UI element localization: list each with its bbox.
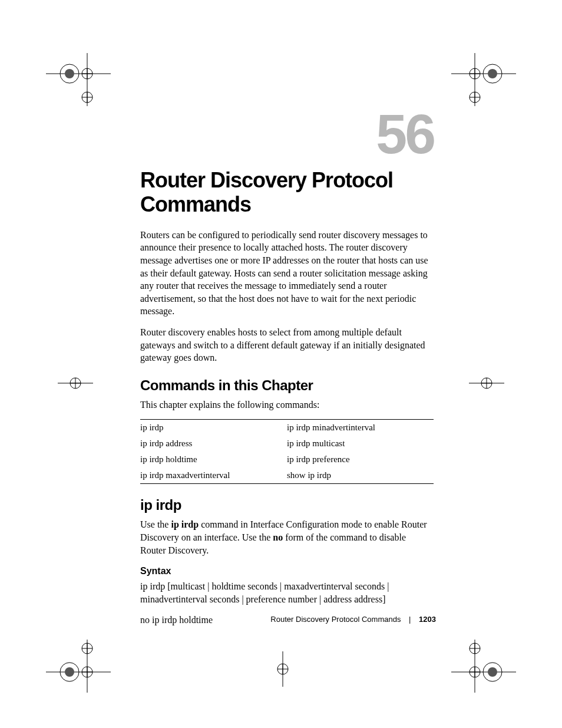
intro-paragraph-2: Router discovery enables hosts to select… — [140, 326, 434, 364]
cmd-cell[interactable]: ip irdp preference — [287, 452, 434, 467]
svg-point-40 — [483, 663, 502, 681]
cmd-cell[interactable]: ip irdp holdtime — [140, 452, 287, 467]
table-row: ip irdp maxadvertinterval show ip irdp — [140, 467, 434, 484]
commands-table: ip irdp ip irdp minadvertinterval ip ird… — [140, 419, 434, 484]
svg-point-4 — [82, 68, 92, 79]
table-row: ip irdp address ip irdp multicast — [140, 436, 434, 452]
cmd-cell[interactable]: show ip irdp — [287, 467, 434, 484]
svg-point-12 — [483, 64, 502, 83]
svg-point-45 — [470, 643, 480, 654]
crop-mark-icon — [46, 53, 111, 106]
commands-intro: This chapter explains the following comm… — [140, 398, 434, 411]
table-row: ip irdp holdtime ip irdp preference — [140, 452, 434, 467]
svg-point-41 — [488, 667, 497, 677]
chapter-number: 56 — [140, 106, 434, 162]
svg-point-25 — [481, 378, 492, 388]
svg-point-7 — [82, 92, 92, 103]
svg-point-30 — [60, 663, 79, 681]
ip-irdp-description: Use the ip irdp command in Interface Con… — [140, 518, 434, 556]
table-row: ip irdp ip irdp minadvertinterval — [140, 420, 434, 436]
cmd-cell[interactable]: ip irdp multicast — [287, 436, 434, 452]
cmd-cell[interactable]: ip irdp maxadvertinterval — [140, 467, 287, 484]
svg-point-42 — [470, 667, 480, 677]
svg-point-49 — [277, 664, 288, 674]
cmd-keyword: no — [273, 532, 283, 542]
cmd-cell[interactable]: ip irdp — [140, 420, 287, 436]
svg-point-14 — [470, 68, 480, 79]
crop-mark-icon — [451, 640, 516, 693]
crop-mark-icon — [451, 53, 516, 106]
svg-point-2 — [60, 64, 79, 83]
svg-point-17 — [470, 92, 480, 103]
page-number: 1203 — [419, 615, 436, 624]
intro-paragraph-1: Routers can be configured to periodicall… — [140, 229, 434, 318]
svg-point-32 — [82, 667, 92, 677]
crop-mark-icon — [58, 371, 93, 395]
cmd-name: ip irdp — [171, 519, 199, 529]
syntax-line: ip irdp [multicast | holdtime seconds | … — [140, 580, 434, 605]
commands-heading: Commands in this Chapter — [140, 377, 434, 394]
footer-title: Router Discovery Protocol Commands — [270, 615, 401, 624]
svg-point-13 — [488, 69, 497, 78]
text: Use the — [140, 519, 171, 529]
crop-mark-icon — [46, 640, 111, 693]
svg-point-35 — [82, 643, 92, 654]
cmd-cell[interactable]: ip irdp address — [140, 436, 287, 452]
ip-irdp-heading: ip irdp — [140, 497, 434, 513]
chapter-title: Router Discovery Protocol Commands — [140, 168, 434, 217]
cmd-cell[interactable]: ip irdp minadvertinterval — [287, 420, 434, 436]
page-footer: Router Discovery Protocol Commands | 120… — [270, 615, 436, 624]
svg-point-3 — [65, 69, 74, 78]
crop-mark-icon — [469, 371, 504, 395]
page-content: 56 Router Discovery Protocol Commands Ro… — [140, 106, 434, 635]
svg-point-21 — [70, 378, 81, 388]
crop-mark-icon — [265, 651, 300, 687]
syntax-heading: Syntax — [140, 566, 434, 577]
separator-icon: | — [409, 615, 411, 624]
svg-point-31 — [65, 667, 74, 677]
